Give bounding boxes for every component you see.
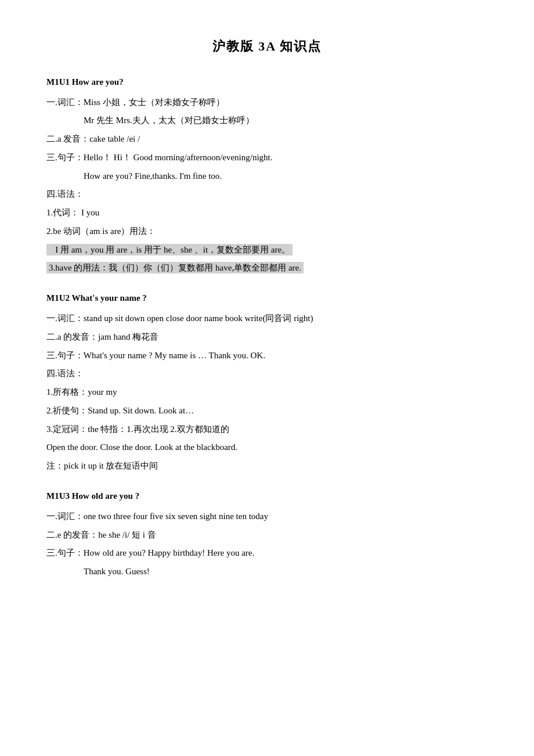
line-sentence-1-sub: How are you? Fine,thanks. I'm fine too. [46, 168, 488, 185]
line-sentence-3-sub: Thank you. Guess! [46, 564, 488, 580]
line-sentence-2: 三.句子：What's your name ? My name is … Tha… [46, 348, 488, 364]
line-grammar-2-3: 3.定冠词：the 特指：1.再次出现 2.双方都知道的 [46, 422, 488, 438]
page-title: 沪教版 3A 知识点 [46, 35, 488, 58]
section-M1U3: M1U3 How old are you ? 一.词汇：one two thre… [46, 488, 488, 580]
line-grammar-1-have: 3.have 的用法：我（们）你（们）复数都用 have,单数全部都用 are. [46, 260, 488, 276]
line-grammar-2-1: 1.所有格：your my [46, 384, 488, 401]
line-vocab-1: 一.词汇：Miss 小姐，女士（对未婚女子称呼） [46, 95, 488, 111]
section-heading-M1U3: M1U3 How old are you ? [46, 488, 488, 504]
section-M1U1: M1U1 How are you? 一.词汇：Miss 小姐，女士（对未婚女子称… [46, 74, 488, 277]
line-pronunciation-2: 二.a 的发音：jam hand 梅花音 [46, 329, 488, 345]
page-container: 沪教版 3A 知识点 M1U1 How are you? 一.词汇：Miss 小… [46, 35, 488, 580]
line-vocab-2: 一.词汇：stand up sit down open close door n… [46, 311, 488, 327]
line-grammar-title-1: 四.语法： [46, 186, 488, 203]
section-M1U2: M1U2 What's your name ? 一.词汇：stand up si… [46, 290, 488, 474]
section-heading-M1U2: M1U2 What's your name ? [46, 290, 488, 306]
line-sentence-1: 三.句子：Hello！ Hi！ Good morning/afternoon/e… [46, 150, 488, 166]
line-grammar-1-1: 1.代词： I you [46, 205, 488, 221]
line-vocab-1-sub: Mr 先生 Mrs.夫人，太太（对已婚女士称呼） [46, 113, 488, 129]
line-pronunciation-3: 二.e 的发音：he she /i/ 短 i 音 [46, 527, 488, 543]
line-sentence-3: 三.句子：How old are you? Happy birthday! He… [46, 545, 488, 561]
line-grammar-2-4: Open the door. Close the door. Look at t… [46, 440, 488, 456]
line-grammar-title-2: 四.语法： [46, 366, 488, 382]
line-pronunciation-1: 二.a 发音：cake table /ei / [46, 131, 488, 147]
section-heading-M1U1: M1U1 How are you? [46, 74, 488, 90]
line-grammar-2-2: 2.祈使句：Stand up. Sit down. Look at… [46, 403, 488, 419]
line-grammar-2-note: 注：pick it up it 放在短语中间 [46, 458, 488, 474]
line-grammar-1-2: 2.be 动词（am is are）用法： [46, 224, 488, 240]
line-grammar-1-highlighted: I 用 am，you 用 are，is 用于 he、she 、it，复数全部要用… [46, 242, 488, 258]
line-vocab-3: 一.词汇：one two three four five six seven s… [46, 509, 488, 525]
